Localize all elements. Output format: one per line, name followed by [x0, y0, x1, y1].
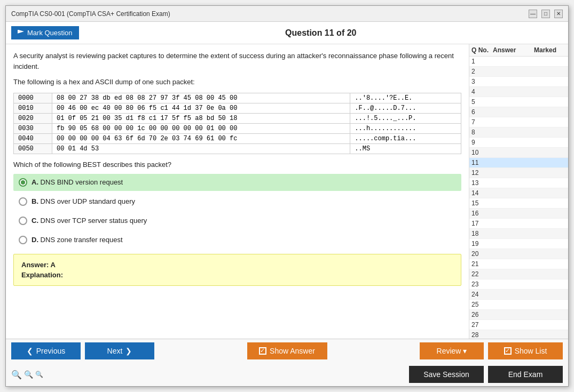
sidebar-row[interactable]: 17 [469, 219, 568, 229]
sidebar-row[interactable]: 22 [469, 269, 568, 279]
flag-icon [18, 30, 24, 36]
sidebar-row[interactable]: 6 [469, 107, 568, 117]
hex-data: 00 46 00 ec 40 00 80 06 f5 c1 44 1d 37 0… [52, 103, 350, 113]
sidebar-q-num: 28 [471, 331, 493, 339]
footer-top-buttons: Previous Next Show Answer Review Show Li… [6, 339, 568, 363]
sidebar-answer-val [493, 230, 534, 237]
previous-label: Previous [36, 347, 65, 355]
answer-option-text-c: C. DNS over TCP server status query [32, 217, 147, 225]
sidebar-answer-val [493, 311, 534, 318]
sidebar-row[interactable]: 5 [469, 97, 568, 107]
sidebar-q-num: 5 [471, 98, 493, 106]
zoom-controls: 🔍 🔍 🔍 [11, 370, 43, 380]
end-exam-button[interactable]: End Exam [488, 366, 563, 383]
sidebar-answer-val [493, 260, 534, 268]
sidebar-q-num: 11 [471, 159, 493, 166]
radio-inner-a [21, 180, 25, 185]
sidebar-answer-header: Answer [493, 46, 534, 54]
sidebar-q-num: 2 [471, 68, 493, 75]
previous-button[interactable]: Previous [11, 342, 81, 359]
next-button[interactable]: Next [85, 342, 154, 359]
sidebar-marked-val [534, 311, 566, 318]
sidebar-row[interactable]: 18 [469, 229, 568, 239]
sidebar-answer-val [493, 301, 534, 308]
question-area: A security analyst is reviewing packet c… [6, 44, 469, 339]
answer-option-a[interactable]: A. DNS BIND version request [13, 174, 461, 191]
answer-option-d[interactable]: D. DNS zone transfer request [13, 231, 461, 249]
sidebar-answer-val [493, 220, 534, 227]
zoom-out-button[interactable]: 🔍 [11, 370, 22, 380]
sidebar-row[interactable]: 24 [469, 290, 568, 300]
sidebar-row[interactable]: 13 [469, 178, 568, 188]
sidebar-marked-val [534, 78, 566, 85]
sidebar-answer-val [493, 139, 534, 146]
hex-addr: 0040 [14, 133, 52, 143]
sidebar-marked-val [534, 189, 566, 197]
sidebar-marked-val [534, 210, 566, 217]
sidebar-marked-val [534, 260, 566, 268]
hex-addr: 0010 [14, 103, 52, 113]
hex-addr: 0000 [14, 93, 52, 103]
answer-option-text-d: D. DNS zone transfer request [32, 236, 123, 244]
answer-option-b[interactable]: B. DNS over UDP standard query [13, 193, 461, 210]
sidebar-marked-val [534, 321, 566, 329]
window-controls: — □ ✕ [529, 10, 563, 18]
sidebar-marked-val [534, 179, 566, 187]
show-list-checkbox-icon [504, 347, 512, 355]
main-window: CompTIA CS0-001 (CompTIA CSA+ Certificat… [5, 5, 569, 387]
sidebar-row[interactable]: 26 [469, 310, 568, 320]
sidebar-q-num: 14 [471, 189, 493, 197]
sidebar-row[interactable]: 7 [469, 117, 568, 127]
save-session-label: Save Session [423, 370, 469, 379]
sidebar-row[interactable]: 21 [469, 259, 568, 269]
radio-c [19, 217, 27, 225]
sidebar-row[interactable]: 10 [469, 148, 568, 158]
ascii-data: .F..@.....D.7... [350, 103, 461, 113]
sidebar-row[interactable]: 2 [469, 67, 568, 77]
sidebar-q-num: 26 [471, 311, 493, 318]
hex-data: 01 0f 05 21 00 35 d1 f8 c1 17 5f f5 a8 b… [52, 113, 350, 123]
zoom-reset-button[interactable]: 🔍 [24, 370, 33, 379]
sidebar-answer-val [493, 108, 534, 116]
sidebar-row[interactable]: 28 [469, 330, 568, 339]
hex-row: 0020 01 0f 05 21 00 35 d1 f8 c1 17 5f f5… [14, 113, 461, 123]
save-session-button[interactable]: Save Session [409, 366, 484, 383]
sidebar-row[interactable]: 3 [469, 77, 568, 87]
minimize-button[interactable]: — [529, 10, 537, 18]
sidebar-q-num: 16 [471, 210, 493, 217]
sidebar-row[interactable]: 12 [469, 168, 568, 178]
zoom-in-button[interactable]: 🔍 [35, 371, 43, 378]
ascii-data: ...!.5...._...P. [350, 113, 461, 123]
sidebar-row[interactable]: 15 [469, 198, 568, 209]
mark-question-button[interactable]: Mark Question [11, 26, 79, 39]
review-button[interactable]: Review [420, 342, 484, 359]
maximize-button[interactable]: □ [541, 10, 550, 18]
sidebar-row[interactable]: 16 [469, 209, 568, 219]
sidebar-row[interactable]: 11 [469, 158, 568, 168]
sidebar-marked-val [534, 139, 566, 146]
footer-right: Save Session End Exam [48, 366, 563, 383]
answer-option-c[interactable]: C. DNS over TCP server status query [13, 212, 461, 229]
next-arrow-icon [125, 347, 132, 355]
radio-inner-c [21, 219, 25, 223]
sidebar-row[interactable]: 9 [469, 138, 568, 148]
end-exam-label: End Exam [508, 370, 543, 379]
sidebar-row[interactable]: 4 [469, 87, 568, 97]
sidebar-marked-val [534, 68, 566, 75]
sidebar-rows: 1 2 3 4 5 6 7 8 [469, 57, 568, 339]
sidebar-row[interactable]: 1 [469, 57, 568, 67]
close-button[interactable]: ✕ [554, 10, 563, 18]
sidebar-row[interactable]: 20 [469, 249, 568, 259]
sidebar-row[interactable]: 25 [469, 300, 568, 310]
sidebar-q-num: 24 [471, 291, 493, 298]
sidebar-row[interactable]: 8 [469, 127, 568, 138]
show-list-label: Show List [515, 347, 547, 355]
sidebar-row[interactable]: 19 [469, 239, 568, 249]
sidebar-row[interactable]: 27 [469, 320, 568, 330]
sidebar-q-num: 21 [471, 260, 493, 268]
sidebar-row[interactable]: 23 [469, 279, 568, 290]
sidebar-marked-val [534, 281, 566, 288]
show-answer-button[interactable]: Show Answer [247, 342, 327, 359]
sidebar-row[interactable]: 14 [469, 188, 568, 198]
show-list-button[interactable]: Show List [488, 342, 563, 359]
